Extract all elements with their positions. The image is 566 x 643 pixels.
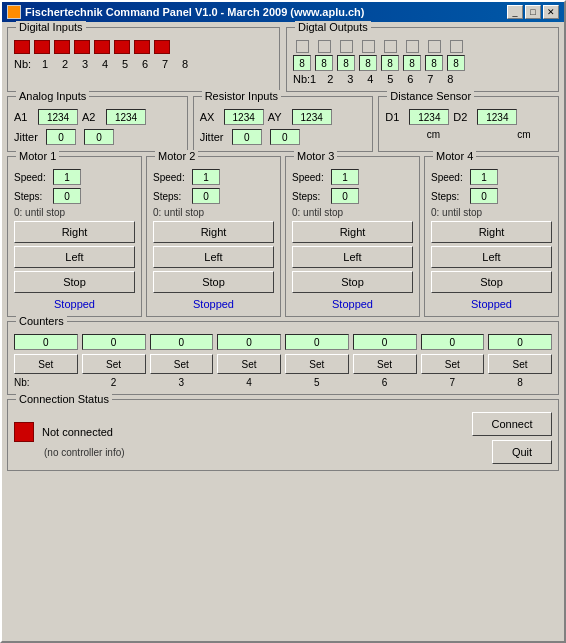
minimize-button[interactable]: _ [507,5,523,19]
motor1-steps-val: 0 [53,188,81,204]
main-window: Fischertechnik Command Panel V1.0 - Marc… [0,0,566,643]
motor1-group: Motor 1 Speed: 1 Steps: 0 0: until stop … [7,156,142,317]
motor1-left-button[interactable]: Left [14,246,135,268]
ri-jitter-label: Jitter [200,131,228,143]
motor3-steps-val: 0 [331,188,359,204]
motor4-steps-label: Steps: [431,191,467,202]
do-checkbox-1[interactable] [296,40,309,53]
do-nb-6: 6 [402,73,418,85]
do-nb-4: 4 [362,73,378,85]
counter-nb-2: 2 [82,377,146,388]
counter-nb-8: 8 [488,377,552,388]
motor2-speed-val: 1 [192,169,220,185]
a1-row: A1 1234 A2 1234 [14,109,181,125]
motor3-until-stop: 0: until stop [292,207,413,218]
motor2-status: Stopped [153,298,274,310]
ai-jitter1: 0 [46,129,76,145]
window-title: Fischertechnik Command Panel V1.0 - Marc… [25,6,364,18]
motor2-right-button[interactable]: Right [153,221,274,243]
motor1-right-button[interactable]: Right [14,221,135,243]
motor1-steps-row: Steps: 0 [14,188,135,204]
counter-set-btn-5[interactable]: Set [285,354,349,374]
di-nb-label: Nb: [14,58,31,70]
motor2-left-button[interactable]: Left [153,246,274,268]
motor3-stop-button[interactable]: Stop [292,271,413,293]
di-nb-row: Nb: 1 2 3 4 5 6 7 8 [14,58,273,70]
conn-led [14,422,34,442]
do-val-1: 8 [293,55,311,71]
motor3-speed-row: Speed: 1 [292,169,413,185]
motor1-stop-button[interactable]: Stop [14,271,135,293]
row2: Analog Inputs A1 1234 A2 1234 Jitter 0 0… [7,96,559,152]
motor2-speed-row: Speed: 1 [153,169,274,185]
do-val-5: 8 [381,55,399,71]
connection-status-group: Connection Status Not connected (no cont… [7,399,559,471]
do-checkbox-6[interactable] [406,40,419,53]
di-nb-8: 8 [177,58,193,70]
do-checkbox-7[interactable] [428,40,441,53]
counter-val-5: 0 [285,334,349,350]
motor2-stop-button[interactable]: Stop [153,271,274,293]
ri-jitter2: 0 [270,129,300,145]
connect-button[interactable]: Connect [472,412,552,436]
motor3-left-button[interactable]: Left [292,246,413,268]
ax-value: 1234 [224,109,264,125]
a1-label: A1 [14,111,34,123]
ay-value: 1234 [292,109,332,125]
do-nb-2: 2 [322,73,338,85]
a2-value: 1234 [106,109,146,125]
di-nb-7: 7 [157,58,173,70]
do-nb-3: 3 [342,73,358,85]
counter-set-btn-1[interactable]: Set [14,354,78,374]
do-nb-5: 5 [382,73,398,85]
do-nb-8: 8 [442,73,458,85]
led-2 [34,40,50,54]
do-item-2: 8 [315,40,333,71]
do-checkbox-3[interactable] [340,40,353,53]
do-item-3: 8 [337,40,355,71]
motor4-right-button[interactable]: Right [431,221,552,243]
ax-label: AX [200,111,220,123]
analog-inputs-label: Analog Inputs [16,90,89,102]
motor2-group: Motor 2 Speed: 1 Steps: 0 0: until stop … [146,156,281,317]
analog-inputs-group: Analog Inputs A1 1234 A2 1234 Jitter 0 0 [7,96,188,152]
motor4-speed-val: 1 [470,169,498,185]
counter-set-btn-2[interactable]: Set [82,354,146,374]
close-button[interactable]: ✕ [543,5,559,19]
maximize-button[interactable]: □ [525,5,541,19]
do-checkboxes-row: 8 8 8 8 8 [293,40,552,71]
motor3-right-button[interactable]: Right [292,221,413,243]
motor4-stop-button[interactable]: Stop [431,271,552,293]
do-checkbox-8[interactable] [450,40,463,53]
di-nb-6: 6 [137,58,153,70]
resistor-inputs-label: Resistor Inputs [202,90,281,102]
do-item-5: 8 [381,40,399,71]
counter-nb-4: 4 [217,377,281,388]
do-checkbox-5[interactable] [384,40,397,53]
do-checkbox-4[interactable] [362,40,375,53]
do-val-2: 8 [315,55,333,71]
title-buttons: _ □ ✕ [507,5,559,19]
counter-set-btn-4[interactable]: Set [217,354,281,374]
di-nb-1: 1 [37,58,53,70]
motor3-status: Stopped [292,298,413,310]
counter-val-1: 0 [14,334,78,350]
counter-set-btn-3[interactable]: Set [150,354,214,374]
motor4-left-button[interactable]: Left [431,246,552,268]
motor4-status: Stopped [431,298,552,310]
counter-set-btn-8[interactable]: Set [488,354,552,374]
ds-cm-row: cm cm [385,129,552,140]
counter-val-3: 0 [150,334,214,350]
counter-val-6: 0 [353,334,417,350]
quit-button[interactable]: Quit [492,440,552,464]
app-icon [7,5,21,19]
counter-set-btn-6[interactable]: Set [353,354,417,374]
motor1-speed-val: 1 [53,169,81,185]
do-checkbox-2[interactable] [318,40,331,53]
a2-label: A2 [82,111,102,123]
counter-val-2: 0 [82,334,146,350]
counter-set-btn-7[interactable]: Set [421,354,485,374]
distance-sensor-label: Distance Sensor [387,90,474,102]
digital-inputs-label: Digital Inputs [16,21,86,33]
motor3-label: Motor 3 [294,150,337,162]
